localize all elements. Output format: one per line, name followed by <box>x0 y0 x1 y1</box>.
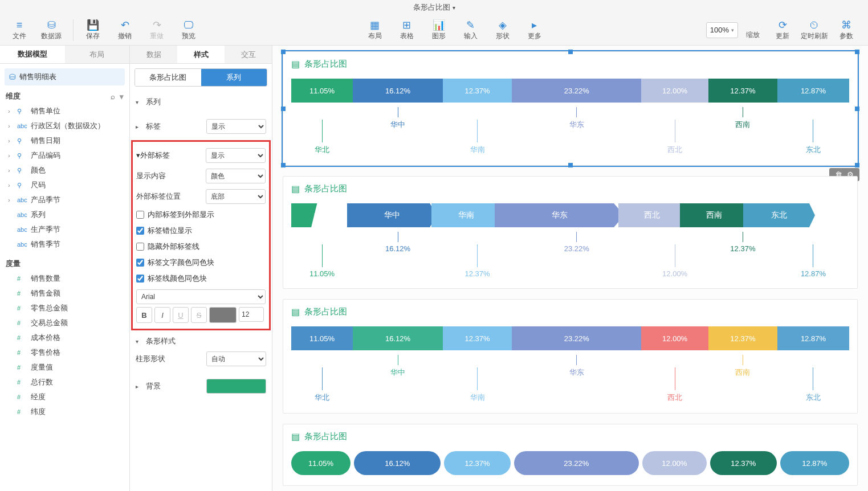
canvas[interactable]: ▤条形占比图11.05%16.12%12.37%23.22%12.00%12.3… <box>272 46 868 491</box>
bar-segment[interactable]: 16.12% <box>353 79 443 103</box>
tab-layout[interactable]: 布局 <box>65 46 130 63</box>
dimension-item[interactable]: abc系列 <box>3 207 126 222</box>
resize-handle[interactable] <box>568 50 573 54</box>
tab-data[interactable]: 数据 <box>130 46 177 63</box>
subtab-chart[interactable]: 条形占比图 <box>135 69 201 86</box>
dimension-item[interactable]: ›⚲颜色 <box>3 163 126 178</box>
bar-segment[interactable]: 16.12% <box>353 326 443 350</box>
measure-item[interactable]: #销售数量 <box>3 271 126 286</box>
arrow-segment[interactable]: 华南 <box>431 203 500 227</box>
measure-item[interactable]: #成本价格 <box>3 330 126 345</box>
cb-text-match[interactable]: 标签文字颜色同色块 <box>136 255 266 271</box>
italic-button[interactable]: I <box>154 307 170 323</box>
chart-card[interactable]: ▤条形占比图 华北 华中 华南 华东 西北 西南 东北11.05%16.12%1… <box>283 176 858 289</box>
strike-button[interactable]: S <box>191 307 207 323</box>
measure-item[interactable]: #总行数 <box>3 375 126 390</box>
tab-style[interactable]: 样式 <box>177 46 225 63</box>
cb-stagger[interactable]: 标签错位显示 <box>136 223 266 239</box>
resize-handle[interactable] <box>281 163 286 167</box>
content-select[interactable]: 颜色 <box>206 169 266 183</box>
arrow-segment[interactable]: 华中 <box>347 203 437 227</box>
resize-handle[interactable] <box>855 163 859 167</box>
table-button[interactable]: ⊞表格 <box>392 17 422 44</box>
pill-segment[interactable]: 12.00% <box>642 451 707 475</box>
resize-handle[interactable] <box>568 163 573 167</box>
bar-segment[interactable]: 12.37% <box>708 326 777 350</box>
save-button[interactable]: 💾保存 <box>78 17 108 44</box>
label-visibility-select[interactable]: 显示 <box>206 119 266 134</box>
zoom-select[interactable]: 100%▾ <box>706 22 738 38</box>
bar-segment[interactable]: 12.87% <box>777 326 849 350</box>
arrow-segment[interactable]: 华北 <box>291 203 353 227</box>
redo-button[interactable]: ↷重做 <box>142 17 172 44</box>
bar-segment[interactable]: 23.22% <box>512 79 641 103</box>
dimension-item[interactable]: ›⚲尺码 <box>3 178 126 193</box>
measure-item[interactable]: #零售价格 <box>3 345 126 360</box>
refresh-button[interactable]: ⟳更新 <box>768 17 797 44</box>
position-select[interactable]: 底部 <box>206 189 266 204</box>
section-outer-label[interactable]: ▾外部标签 <box>136 150 201 161</box>
pill-segment[interactable]: 11.05% <box>291 451 351 475</box>
underline-button[interactable]: U <box>173 307 189 323</box>
undo-button[interactable]: ↶撤销 <box>110 17 140 44</box>
cb-hide-line[interactable]: 隐藏外部标签线 <box>136 239 266 255</box>
cb-inner-to-outer[interactable]: 内部标签到外部显示 <box>136 207 266 223</box>
tab-data-model[interactable]: 数据模型 <box>0 46 65 63</box>
resize-handle[interactable] <box>855 50 859 54</box>
subtab-series[interactable]: 系列 <box>201 69 267 86</box>
section-background[interactable]: ▸背景 <box>136 379 202 394</box>
pill-segment[interactable]: 16.12% <box>354 451 441 475</box>
bar-segment[interactable]: 12.37% <box>443 326 512 350</box>
resize-handle[interactable] <box>281 107 286 111</box>
search-icon[interactable]: ⌕ <box>111 92 115 101</box>
pill-segment[interactable]: 12.37% <box>710 451 777 475</box>
pill-segment[interactable]: 12.37% <box>444 451 511 475</box>
measure-item[interactable]: #销售金额 <box>3 286 126 301</box>
bar-segment[interactable]: 12.37% <box>708 79 777 103</box>
chart-card[interactable]: ▤条形占比图11.05%16.12%12.37%23.22%12.00%12.3… <box>283 299 858 414</box>
section-label[interactable]: ▸标签 <box>136 119 202 134</box>
datasource-item[interactable]: ⛁ 销售明细表 <box>5 68 125 85</box>
background-color-swatch[interactable] <box>206 379 266 394</box>
measure-item[interactable]: #交易总金额 <box>3 316 126 330</box>
shape-button[interactable]: ◈形状 <box>488 17 517 44</box>
params-button[interactable]: ⌘参数 <box>832 17 861 44</box>
chart-button[interactable]: 📊图形 <box>424 17 454 44</box>
arrow-segment[interactable]: 东北 <box>743 203 815 227</box>
measure-item[interactable]: #零售总金额 <box>3 301 126 316</box>
chevron-down-icon[interactable]: ▾ <box>453 5 455 11</box>
bar-segment[interactable]: 23.22% <box>512 326 641 350</box>
font-family-select[interactable]: Arial <box>136 289 266 304</box>
pill-segment[interactable]: 12.87% <box>780 451 849 475</box>
arrow-segment[interactable]: 西南 <box>680 203 749 227</box>
bar-segment[interactable]: 12.00% <box>641 79 708 103</box>
outer-label-visibility-select[interactable]: 显示 <box>206 148 266 163</box>
dimension-item[interactable]: ›⚲产品编码 <box>3 148 126 163</box>
autorefresh-button[interactable]: ⏲定时刷新 <box>800 17 829 44</box>
dimension-item[interactable]: ›abc产品季节 <box>3 193 126 207</box>
bar-shape-select[interactable]: 自动 <box>206 351 266 366</box>
dimension-item[interactable]: abc销售季节 <box>3 237 126 252</box>
datasource-button[interactable]: ⛁数据源 <box>36 17 66 44</box>
bar-segment[interactable]: 12.87% <box>777 79 849 103</box>
chevron-down-icon[interactable]: ▾ <box>120 92 124 101</box>
dimension-item[interactable]: ›⚲销售单位 <box>3 104 126 118</box>
pill-segment[interactable]: 23.22% <box>514 451 639 475</box>
font-color-swatch[interactable] <box>209 307 237 323</box>
document-title[interactable]: 条形占比图 <box>413 2 450 13</box>
dimension-item[interactable]: abc生产季节 <box>3 222 126 237</box>
dimension-item[interactable]: ›abc行政区划（数据级次） <box>3 118 126 133</box>
layout-button[interactable]: ▦布局 <box>360 17 390 44</box>
section-bar-style[interactable]: ▾条形样式 <box>136 334 266 349</box>
arrow-segment[interactable]: 华东 <box>495 203 624 227</box>
input-button[interactable]: ✎输入 <box>456 17 486 44</box>
preview-button[interactable]: 🖵预览 <box>174 17 203 44</box>
measure-item[interactable]: #经度 <box>3 390 126 404</box>
tab-interact[interactable]: 交互 <box>225 46 272 63</box>
file-button[interactable]: ≡文件 <box>5 17 34 44</box>
bar-segment[interactable]: 11.05% <box>291 326 353 350</box>
measure-item[interactable]: #度量值 <box>3 360 126 375</box>
resize-handle[interactable] <box>281 50 286 54</box>
chart-card[interactable]: ▤条形占比图11.05%16.12%12.37%23.22%12.00%12.3… <box>283 424 858 486</box>
measure-item[interactable]: #纬度 <box>3 404 126 419</box>
